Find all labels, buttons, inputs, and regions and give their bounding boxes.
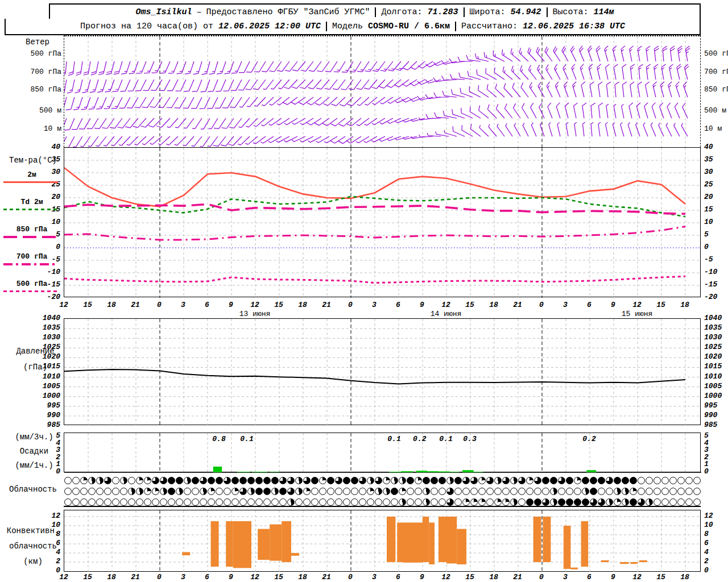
wind-barb bbox=[110, 118, 122, 128]
wind-barb bbox=[72, 118, 82, 130]
cloud-cover-symbol bbox=[184, 488, 191, 495]
cloud-cell bbox=[311, 486, 318, 497]
cloud-cell bbox=[231, 475, 239, 486]
cloud-cover-symbol bbox=[192, 477, 199, 484]
precip-bar bbox=[416, 471, 428, 472]
cloud-cell bbox=[677, 497, 685, 508]
meteogram-page: Oms_Isilkul – Предоставлено ФГБУ "ЗапСиб… bbox=[0, 0, 728, 582]
cloud-cell bbox=[318, 486, 326, 497]
y-tick-right: 35 bbox=[704, 155, 728, 164]
cloud-cover-symbol bbox=[184, 498, 191, 506]
calc-label: Рассчитано: bbox=[461, 22, 518, 31]
cloud-cell bbox=[621, 475, 629, 486]
wind-barb bbox=[654, 46, 659, 61]
cloud-cell bbox=[223, 486, 231, 497]
cloud-cover-symbol bbox=[311, 488, 318, 495]
wind-barb bbox=[229, 118, 242, 128]
cloud-cell bbox=[303, 497, 311, 508]
convective-cloud-bar bbox=[233, 521, 251, 568]
cloud-cover-symbol bbox=[630, 498, 637, 506]
y-tick-left: 0 bbox=[33, 467, 60, 476]
cloud-cell bbox=[279, 486, 287, 497]
wind-barb bbox=[270, 61, 282, 72]
wind-barb bbox=[365, 97, 378, 105]
wind-barb bbox=[548, 103, 552, 118]
cloud-cell bbox=[175, 475, 183, 486]
forecast-label: Прогноз на 120 часа(ов) от bbox=[80, 22, 213, 31]
wind-barb bbox=[646, 46, 650, 61]
hour-label: 21 bbox=[126, 573, 144, 581]
cloud-cover-symbol bbox=[598, 498, 605, 506]
cloud-cover-symbol bbox=[638, 477, 645, 484]
convective-cloud-bar bbox=[423, 517, 429, 562]
wind-barb bbox=[277, 61, 289, 72]
wind-barb bbox=[553, 47, 560, 61]
cloud-cover-symbol bbox=[72, 498, 80, 506]
cloud-cell bbox=[263, 497, 271, 508]
cloud-cell bbox=[541, 486, 549, 497]
wind-barb bbox=[502, 49, 512, 61]
cloud-cover-symbol bbox=[614, 498, 621, 506]
y-tick-right: 1040 bbox=[704, 314, 728, 322]
cloud-cell bbox=[199, 497, 207, 508]
wind-barb bbox=[494, 68, 504, 80]
hour-label: 9 bbox=[413, 573, 431, 581]
latitude-label: Широта: bbox=[470, 7, 506, 17]
wind-barb bbox=[651, 123, 656, 136]
cloud-cell bbox=[438, 475, 446, 486]
cloud-cover-symbol bbox=[542, 498, 549, 506]
cloud-cover-symbol bbox=[263, 488, 271, 495]
cloud-cover-symbol bbox=[415, 498, 422, 506]
pressure-chart bbox=[64, 318, 701, 425]
wind-barb bbox=[450, 74, 465, 80]
hour-label: 3 bbox=[174, 301, 192, 309]
wind-barb bbox=[246, 118, 258, 127]
cloud-cover-symbol bbox=[661, 488, 669, 495]
cloud-cover-symbol bbox=[383, 498, 390, 506]
y-tick-right: 1000 bbox=[704, 392, 728, 400]
hour-label: 21 bbox=[126, 301, 144, 309]
cloud-cover-symbol bbox=[136, 498, 143, 506]
wind-level-label-right: 700 гПа bbox=[704, 68, 728, 76]
y-tick-right: 10 bbox=[704, 218, 728, 226]
wind-barb bbox=[143, 80, 154, 90]
cloud-cover-symbol bbox=[622, 498, 629, 506]
precip-bar bbox=[270, 472, 279, 472]
cloud-cell bbox=[557, 475, 565, 486]
wind-barb bbox=[330, 136, 345, 143]
y-tick-right: 985 bbox=[704, 421, 728, 429]
cloud-cover-symbol bbox=[534, 488, 541, 495]
hour-label: 3 bbox=[556, 573, 574, 581]
cloud-cover-symbol bbox=[677, 477, 685, 484]
wind-barb bbox=[357, 118, 369, 126]
cloud-cell bbox=[518, 486, 526, 497]
wind-barb bbox=[514, 123, 520, 136]
cloud-cell bbox=[541, 475, 549, 486]
wind-barb bbox=[478, 85, 489, 97]
cloud-cover-symbol bbox=[311, 498, 318, 506]
legend-line-td bbox=[3, 209, 58, 210]
wind-barb bbox=[357, 97, 369, 106]
cloud-cover-symbol bbox=[542, 488, 549, 495]
convective-cloud-bar bbox=[429, 522, 435, 564]
cloud-cover-symbol bbox=[271, 498, 279, 506]
precip-value-label: 0.1 bbox=[435, 435, 457, 443]
cloud-cover-symbol bbox=[526, 477, 533, 484]
wind-barb bbox=[201, 118, 210, 129]
wind-barb bbox=[682, 103, 688, 118]
cloud-cover-symbol bbox=[375, 488, 382, 495]
wind-barb bbox=[125, 118, 138, 128]
wind-barb bbox=[309, 61, 321, 72]
wind-barb bbox=[332, 97, 346, 106]
cloud-cell bbox=[382, 486, 390, 497]
wind-barb bbox=[150, 136, 163, 144]
cloud-cell bbox=[199, 475, 207, 486]
wind-barb bbox=[511, 48, 520, 61]
cloud-cell bbox=[478, 497, 486, 508]
wind-barb bbox=[536, 47, 544, 61]
cloud-cover-symbol bbox=[431, 488, 438, 495]
cloud-cell bbox=[64, 486, 72, 497]
cloud-cell bbox=[693, 486, 701, 497]
cloud-cover-symbol bbox=[168, 488, 175, 495]
cloud-cell bbox=[88, 486, 96, 497]
